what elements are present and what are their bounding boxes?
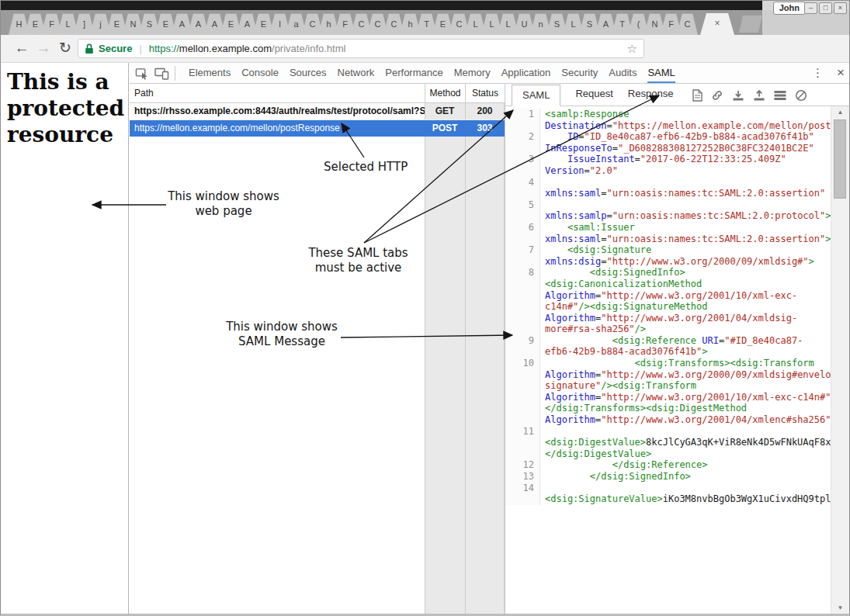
path-column-header[interactable]: Path (134, 84, 154, 102)
saml-subtab-saml[interactable]: SAML (512, 85, 560, 106)
xml-line: 10 <dsig:Transforms><dsig:Transform Algo… (505, 358, 831, 426)
rows-icon[interactable] (774, 90, 786, 101)
xml-code: <dsig:Reference URI="#ID_8e40ca87-efb6-4… (540, 335, 831, 358)
xml-line-number: 12 (505, 459, 540, 471)
devtools-tab-performance[interactable]: Performance (385, 63, 442, 83)
new-tab-button[interactable] (739, 16, 762, 33)
active-browser-tab[interactable]: × (700, 13, 734, 35)
request-status: 303 (465, 120, 505, 137)
xml-line-number: 14 (505, 483, 540, 505)
scroll-up-icon[interactable]: ▲ (831, 109, 849, 116)
url-scheme: https:// (149, 43, 179, 54)
devtools-tab-sources[interactable]: Sources (290, 63, 327, 83)
inspect-icon[interactable] (135, 67, 148, 80)
network-row[interactable]: https://rhsso.example.com:8443/auth/real… (130, 103, 505, 120)
reload-button[interactable]: ↻ (55, 37, 75, 59)
tab-close-icon[interactable]: × (714, 18, 720, 29)
saml-pane: SAMLRequestResponse (505, 84, 849, 614)
download-icon[interactable] (732, 90, 744, 102)
xml-line-number: 1 (505, 109, 540, 131)
devtools-tab-memory[interactable]: Memory (454, 63, 491, 83)
xml-line: 11 <dsig:DigestValue>8kcJlCyGA3qK+ViR8eN… (505, 426, 831, 460)
web-page-area: This is aprotectedresource (1, 63, 129, 614)
browser-tab[interactable]: C (677, 13, 698, 35)
status-column-header[interactable]: Status (465, 84, 505, 102)
xml-line: 1<samlp:Response Destination="https://me… (505, 109, 831, 131)
close-window-button[interactable]: × (834, 2, 847, 14)
xml-line: 13 </dsig:SignedInfo> (505, 471, 831, 483)
devtools-tab-application[interactable]: Application (501, 63, 551, 83)
page-heading: This is aprotectedresource (7, 69, 123, 148)
maximize-button[interactable]: □ (819, 2, 832, 14)
xml-code: </dsig:Reference> (540, 459, 831, 471)
devtools-close-icon[interactable]: × (837, 65, 845, 81)
browser-window: John – □ × HEFL]jENSEAAAEAEIaChFCCChTECL… (0, 0, 850, 616)
page-heading-line: This is a (7, 69, 123, 95)
xml-line: 14 <dsig:SignatureValue>iKo3M8nvbBgOb3Wg… (505, 483, 831, 505)
network-table-header: Path Method Status (130, 84, 505, 103)
devtools-tab-audits[interactable]: Audits (609, 63, 637, 83)
xml-code: <dsig:Signature xmlns:dsig="http://www.w… (540, 244, 831, 267)
scrollbar-thumb[interactable] (834, 119, 846, 199)
xml-line-number: 6 (505, 222, 540, 244)
file-icon[interactable] (692, 89, 703, 102)
method-column-stripe (425, 103, 465, 614)
devtools-tab-saml[interactable]: SAML (647, 63, 675, 83)
xml-code: <dsig:SignedInfo> <dsig:Canonicalization… (540, 267, 831, 335)
devtools-tab-network[interactable]: Network (338, 63, 375, 83)
xml-code: <dsig:DigestValue>8kcJlCyGA3qK+ViR8eNk4D… (540, 426, 831, 460)
minimize-button[interactable]: – (804, 2, 817, 14)
url-path: /private/info.html (272, 43, 345, 54)
network-rows: https://rhsso.example.com:8443/auth/real… (130, 103, 505, 137)
xml-code: IssueInstant="2017-06-22T12:33:25.409Z" … (540, 154, 831, 176)
xml-line: 6 <saml:Issuer xmlns:saml="urn:oasis:nam… (505, 222, 831, 244)
method-column-header[interactable]: Method (425, 84, 465, 102)
secure-label: Secure (99, 43, 132, 54)
request-path: https://rhsso.example.com:8443/auth/real… (130, 103, 425, 119)
devtools-tab-console[interactable]: Console (241, 63, 279, 83)
lock-icon (85, 43, 94, 55)
request-method: GET (425, 103, 465, 119)
device-toolbar-icon[interactable] (154, 67, 169, 80)
window-controls: – □ × (804, 2, 847, 14)
url-host: mellon.example.com (179, 43, 272, 54)
network-row[interactable]: https://mellon.example.com/mellon/postRe… (130, 120, 505, 137)
scroll-down-icon[interactable]: ▼ (831, 604, 849, 611)
xml-code: <saml:Issuer xmlns:saml="urn:oasis:names… (540, 222, 831, 244)
xml-line-number: 5 (505, 199, 540, 222)
devtools-tab-elements[interactable]: Elements (189, 63, 231, 83)
page-heading-line: protected (7, 95, 123, 122)
address-bar[interactable]: Secure | https://mellon.example.com/priv… (78, 39, 644, 58)
window-user-label: John (773, 2, 806, 15)
devtools-toolbar: ElementsConsoleSourcesNetworkPerformance… (130, 63, 849, 84)
bookmark-star-icon[interactable]: ☆ (627, 42, 637, 56)
xml-line-number: 7 (505, 244, 540, 267)
saml-subtab-request[interactable]: Request (575, 84, 612, 106)
xml-line-number: 3 (505, 154, 540, 176)
xml-code: </dsig:SignedInfo> (540, 471, 831, 483)
toolbar-separator (175, 66, 175, 81)
back-button[interactable]: ← (12, 37, 32, 59)
xml-line-number: 9 (505, 335, 540, 358)
xml-line: 5 xmlns:samlp="urn:oasis:names:tc:SAML:2… (505, 199, 831, 222)
scrollbar[interactable]: ▲ ▼ (831, 106, 849, 614)
devtools-panel: ElementsConsoleSourcesNetworkPerformance… (130, 63, 849, 614)
link-icon[interactable] (711, 89, 723, 102)
block-icon[interactable] (795, 89, 807, 102)
upload-icon[interactable] (753, 90, 765, 102)
request-method: POST (425, 120, 465, 137)
xml-line: 2 ID="ID_8e40ca87-efb6-42b9-b884-acad307… (505, 131, 831, 154)
saml-subtab-response[interactable]: Response (628, 84, 674, 106)
window-titlebar (1, 1, 849, 10)
saml-message-view: 1<samlp:Response Destination="https://me… (505, 106, 831, 614)
xml-line-number: 11 (505, 426, 540, 460)
status-column-stripe (465, 103, 505, 614)
devtools-tab-security[interactable]: Security (561, 63, 598, 83)
browser-tab-strip: HEFL]jENSEAAAEAEIaChFCCChTECLLLUnSLSAT(N… (13, 13, 698, 35)
address-divider: | (139, 43, 141, 54)
devtools-menu-icon[interactable]: ⋮ (812, 66, 824, 80)
xml-line-number: 13 (505, 471, 540, 483)
request-status: 200 (465, 103, 505, 119)
saml-toolbar (692, 89, 807, 102)
forward-button[interactable]: → (33, 37, 54, 59)
